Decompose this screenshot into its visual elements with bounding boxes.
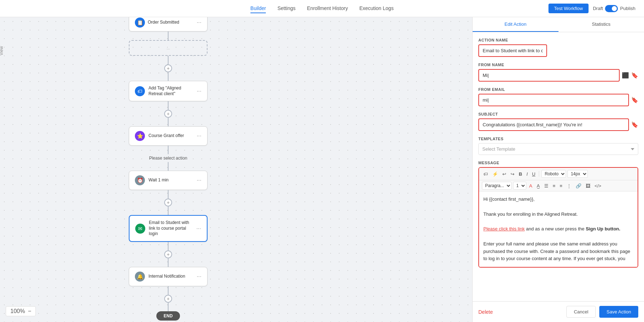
dashed-node-1[interactable]: ... (129, 40, 208, 56)
wait-icon: ⏰ (135, 175, 145, 185)
undo-button[interactable]: ↩ (501, 171, 508, 177)
internal-notification-icon: 🔔 (135, 272, 145, 282)
internal-notification-menu[interactable]: ··· (197, 273, 201, 280)
image-button[interactable]: 🖼 (584, 182, 592, 189)
plus-button-1[interactable]: + (164, 64, 172, 72)
code-button[interactable]: </> (593, 182, 603, 189)
plus-button-4[interactable]: + (164, 250, 172, 258)
panel-tabs: Edit Action Statistics (473, 17, 644, 32)
editor-toolbar-row1: 🏷 ⚡ ↩ ↪ B I U Roboto 14px (479, 168, 638, 180)
bold-button[interactable]: B (517, 171, 523, 177)
from-email-input[interactable] (478, 94, 629, 106)
panel-body: ACTION NAME FROM NAME ⬛ 🔖 FROM EMAIL 🔖 (473, 32, 644, 301)
save-action-button[interactable]: Save Action (599, 306, 638, 318)
wait-menu[interactable]: ··· (197, 177, 201, 184)
editor-line-6 (483, 233, 633, 240)
editor-link[interactable]: Please click this link (483, 226, 525, 231)
personalize-icon[interactable]: 🔖 (631, 72, 638, 79)
tab-settings[interactable]: Settings (277, 4, 296, 13)
view-label: View (0, 46, 4, 55)
internal-notification-node[interactable]: 🔔 Internal Notification ··· (129, 267, 208, 286)
from-name-input[interactable] (478, 69, 620, 82)
email-student-node[interactable]: ✉ Email to Student with link to course p… (129, 215, 208, 242)
wait-node[interactable]: ⏰ Wait 1 min ··· (129, 171, 208, 190)
delete-button[interactable]: Delete (478, 309, 493, 315)
add-tag-label: Add Tag "Aligned Retreat client" (148, 86, 193, 97)
publish-label: Publish (620, 6, 635, 11)
order-submitted-icon: 📋 (135, 18, 145, 28)
panel-footer: Delete Cancel Save Action (473, 301, 644, 322)
tab-enrollment-history[interactable]: Enrollment History (307, 4, 348, 13)
add-tag-menu[interactable]: ··· (197, 88, 201, 94)
font-select[interactable]: Roboto (541, 170, 566, 178)
end-node: END (156, 311, 180, 321)
message-label: MESSAGE (478, 161, 638, 165)
zoom-level: 100% (10, 308, 25, 314)
tab-statistics[interactable]: Statistics (558, 17, 644, 32)
tags-button[interactable]: 🏷 (482, 171, 489, 177)
add-tag-icon: 🏷 (135, 86, 145, 96)
connector-4 (168, 101, 169, 110)
connector-6 (168, 146, 169, 154)
ordered-list-button[interactable]: ≡ (551, 182, 557, 189)
subject-personalize-icon[interactable]: 🔖 (631, 121, 638, 128)
templates-select[interactable]: Select Template (478, 143, 638, 155)
zoom-controls: 100% − (6, 306, 36, 316)
redo-button[interactable]: ↪ (509, 171, 516, 177)
course-grant-menu[interactable]: ··· (197, 133, 201, 139)
plus-button-3[interactable]: + (164, 199, 172, 206)
from-email-row: 🔖 (478, 94, 638, 106)
editor-text-1: and as a new user press the (526, 226, 586, 231)
right-panel: Edit Action Statistics ACTION NAME FROM … (472, 17, 644, 322)
editor-line-4 (483, 218, 633, 225)
subject-row: 🔖 (478, 118, 638, 131)
course-grant-label: Course Grant offer (148, 133, 193, 139)
message-group: MESSAGE 🏷 ⚡ ↩ ↪ B I U Roboto (478, 161, 638, 268)
tab-edit-action[interactable]: Edit Action (473, 17, 558, 32)
wait-label: Wait 1 min (148, 177, 193, 183)
email-student-icon: ✉ (135, 224, 145, 234)
link-button[interactable]: 🔗 (574, 182, 583, 189)
zoom-out-button[interactable]: − (28, 308, 31, 314)
test-workflow-button[interactable]: Test Workflow (548, 4, 589, 13)
italic-button[interactable]: I (525, 171, 529, 177)
align-button[interactable]: ≡ (558, 182, 564, 189)
list-num-select[interactable]: 1 (513, 182, 526, 190)
subject-group: SUBJECT 🔖 (478, 112, 638, 131)
connector-13 (168, 303, 169, 311)
workflow-canvas[interactable]: View 📋 Order Submitted ··· ... + 🏷 Ad (0, 17, 472, 322)
plus-button-2[interactable]: + (164, 110, 172, 118)
nav-right: Test Workflow Draft Publish (548, 4, 635, 13)
email-student-menu[interactable]: ··· (196, 225, 201, 232)
connector-5 (168, 118, 169, 126)
font-size-select[interactable]: 14px (567, 170, 588, 178)
from-email-label: FROM EMAIL (478, 87, 638, 92)
tab-execution-logs[interactable]: Execution Logs (359, 4, 394, 13)
underline-button[interactable]: U (531, 171, 537, 177)
merge-tags-icon[interactable]: ⬛ (622, 72, 629, 79)
subject-input[interactable] (478, 118, 629, 131)
tab-builder[interactable]: Builder (250, 4, 266, 13)
action-name-label: ACTION NAME (478, 38, 638, 42)
connector-7 (168, 162, 169, 171)
more-options-button[interactable]: ⋮ (565, 182, 573, 189)
plus-button-5[interactable]: + (164, 295, 172, 303)
subject-label: SUBJECT (478, 112, 638, 116)
cancel-button[interactable]: Cancel (566, 306, 596, 318)
top-nav: Builder Settings Enrollment History Exec… (0, 0, 644, 17)
editor-line-2 (483, 203, 633, 211)
order-submitted-menu[interactable]: ··· (197, 19, 201, 26)
highlight-button[interactable]: A̲ (535, 182, 541, 189)
editor-content[interactable]: Hi {{contact first_name}}, Thank you for… (479, 191, 638, 267)
toggle-switch[interactable] (605, 5, 618, 12)
font-color-button[interactable]: A (528, 182, 534, 189)
paragraph-select[interactable]: Paragra... (482, 182, 512, 190)
bullet-list-button[interactable]: ☰ (543, 182, 550, 189)
lightning-button[interactable]: ⚡ (491, 171, 499, 177)
action-name-input[interactable] (478, 44, 547, 57)
from-name-label: FROM NAME (478, 63, 638, 67)
draft-publish-toggle: Draft Publish (593, 5, 635, 12)
from-email-personalize-icon[interactable]: 🔖 (631, 97, 638, 103)
add-tag-node[interactable]: 🏷 Add Tag "Aligned Retreat client" ··· (129, 81, 208, 101)
course-grant-node[interactable]: ⭐ Course Grant offer ··· (129, 126, 208, 146)
